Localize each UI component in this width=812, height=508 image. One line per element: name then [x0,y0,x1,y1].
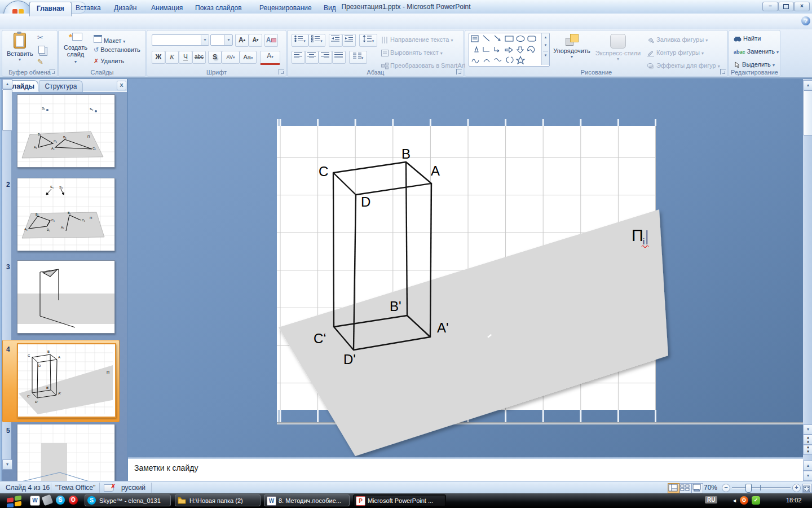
close-button[interactable]: × [794,2,810,11]
replace-button[interactable]: abac Заменить ▾ [734,48,779,55]
reset-slide-button[interactable]: ↺ Восстановить [94,46,140,54]
language-tray-indicator[interactable]: RU [705,496,717,503]
increase-indent-button[interactable] [342,34,356,47]
decrease-indent-button[interactable] [329,34,342,47]
shapes-scroll[interactable]: ▴ ▾ ▾ [541,33,549,65]
quicklaunch-word-icon[interactable]: W [30,496,40,506]
spellcheck-icon[interactable]: ✗ [104,484,114,492]
panel-tab-row: Слайды Структура x [2,79,127,92]
find-button[interactable]: Найти [734,35,761,42]
taskbar-button-skype[interactable]: S Skype™ - elena_0131 [85,494,171,506]
text-shadow-button[interactable]: S [208,51,222,64]
change-case-button[interactable]: Aa▾ [240,51,257,64]
tab-view[interactable]: Вид [317,2,343,14]
copy-button[interactable] [38,46,45,54]
quicklaunch-skype-icon[interactable]: S [56,496,65,505]
help-button[interactable]: ? [801,16,810,25]
fit-to-window-button[interactable] [802,484,812,493]
quicklaunch-app-icon[interactable] [42,494,54,506]
editor-scroll-down-icon[interactable]: ▾ [803,424,812,435]
tray-opera-icon[interactable]: O [740,496,748,505]
numbering-button[interactable]: ▾ [308,34,325,47]
paste-dropdown-icon[interactable]: ▾ [7,57,33,62]
italic-button[interactable]: К [165,51,179,64]
font-color-button[interactable]: А▾ [260,51,280,65]
notes-scroll-down-icon[interactable]: ▾ [803,471,812,481]
zoom-level[interactable]: 70% [704,484,717,492]
format-painter-button[interactable]: ✎ [37,58,43,66]
maximize-button[interactable] [778,2,794,11]
drawing-dialog-launcher[interactable] [720,69,726,75]
notes-pane[interactable]: Заметки к слайду [128,459,803,481]
strikethrough-button[interactable]: abc [192,51,206,64]
panel-tab-outline[interactable]: Структура [39,80,83,92]
columns-button[interactable]: ▾ [349,51,367,64]
line-spacing-button[interactable]: ▾ [359,34,377,47]
justify-button[interactable] [332,51,346,64]
grow-font-button[interactable]: A▴ [235,34,249,47]
normal-view-button[interactable] [668,483,679,493]
font-size-combo[interactable]: ▾ [210,34,233,46]
panel-scroll-up-icon[interactable]: ▴ [2,79,12,89]
start-button[interactable] [5,494,25,507]
notes-scroll-up-icon[interactable]: ▴ [803,461,812,471]
select-button[interactable]: Выделить ▾ [734,61,775,68]
slide-5-thumbnail[interactable] [17,424,115,481]
zoom-slider-track[interactable] [732,487,791,489]
zoom-slider-thumb[interactable] [745,484,752,493]
font-dialog-launcher[interactable] [279,69,284,75]
font-name-combo[interactable]: ▾ [152,34,209,46]
zoom-in-button[interactable]: + [792,484,801,492]
tab-design[interactable]: Дизайн [107,2,143,14]
paragraph-dialog-launcher[interactable] [456,69,462,75]
editor-scrollbar-thumb[interactable] [803,90,812,135]
tray-antivirus-icon[interactable]: ✓ [752,496,760,505]
character-spacing-button[interactable]: AV▾ [222,51,240,64]
bold-button[interactable]: Ж [152,51,165,64]
minimize-button[interactable]: – [762,2,778,11]
delete-slide-button[interactable]: ✗ Удалить [94,58,124,65]
language-indicator[interactable]: русский [121,484,145,492]
tab-insert[interactable]: Вставка [69,2,108,14]
tray-expand-icon[interactable]: ◄ [732,498,737,503]
slide-4-thumbnail[interactable]: B C A D B' A' C‘ D' П [17,343,116,418]
new-slide-button[interactable]: * Создать слайд ▾ [62,33,89,64]
editor-scroll-up-icon[interactable]: ▴ [803,80,812,90]
slide-sorter-view-button[interactable] [679,483,691,493]
layout-button[interactable]: Макет ▾ [94,35,125,44]
quicklaunch-opera-icon[interactable]: O [69,496,78,505]
taskbar-button-word-doc[interactable]: W 8. Методич.пособие... [264,494,350,506]
next-slide-button[interactable]: ▾▾ [803,445,812,455]
align-left-button[interactable] [292,51,305,64]
slide-1-thumbnail[interactable]: S₁ S₂ B₁ C₁ A₁ B₁ A₁ C₁ П [17,94,115,168]
slide-2-thumbnail[interactable]: S₁ S₂ B₁ C₁ D₁ A₁ B₁ A₁ C [17,178,115,251]
previous-slide-button[interactable]: ▴▴ [803,435,812,445]
cut-button[interactable]: ✂ [37,33,43,42]
shapes-gallery[interactable]: ▴ ▾ ▾ [469,33,550,67]
shrink-font-button[interactable]: A▾ [249,34,262,47]
panel-scroll-down-icon[interactable]: ▾ [2,459,12,470]
panel-close-icon[interactable]: x [117,81,126,90]
bullets-button[interactable]: ▾ [292,34,308,47]
slide-3-thumbnail[interactable] [17,260,115,334]
tab-slideshow[interactable]: Показ слайдов [188,2,249,14]
text-direction-button: Направление текста ▾ [381,36,453,43]
clear-formatting-button[interactable]: A [264,34,278,47]
tab-home[interactable]: Главная [29,2,72,16]
arrange-button[interactable]: Упорядочить ▾ [551,33,593,59]
panel-scrollbar-thumb[interactable] [2,89,12,131]
tab-animation[interactable]: Анимация [144,2,189,14]
slideshow-view-button[interactable] [691,483,703,493]
taskbar-button-powerpoint[interactable]: P Microsoft PowerPoint ... [353,494,446,506]
paste-button[interactable]: Вставить ▾ [7,33,33,62]
underline-button[interactable]: Ч [179,51,192,64]
taskbar-button-folder[interactable]: H:\Новая папка (2) [175,494,261,506]
align-center-button[interactable] [305,51,319,64]
slide-canvas[interactable]: B C A D B' A' C‘ D' П i [128,79,803,457]
clipboard-dialog-launcher[interactable] [50,69,55,75]
tab-review[interactable]: Рецензирование [253,2,319,14]
align-right-button[interactable] [319,51,332,64]
skype-icon: S [87,496,96,505]
editor-scrollbar[interactable]: ▴ ▾ ▴▴ ▾▾ ▴ ▾ [803,79,812,481]
zoom-out-button[interactable]: – [722,484,730,492]
